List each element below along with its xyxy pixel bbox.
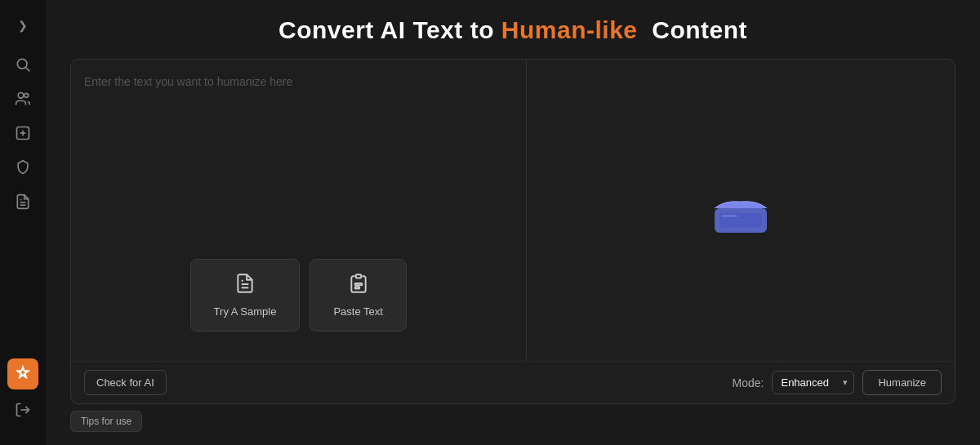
sidebar-item-edit[interactable] [7, 188, 38, 219]
svg-point-3 [24, 93, 29, 97]
shield-icon [15, 159, 31, 180]
sidebar-item-search[interactable] [7, 51, 38, 82]
svg-rect-20 [721, 215, 737, 217]
mode-label: Mode: [733, 376, 764, 389]
users-icon [15, 91, 31, 111]
sidebar-item-active[interactable] [7, 358, 38, 389]
logout-icon [15, 402, 31, 422]
search-icon [15, 56, 31, 77]
sidebar-item-shield[interactable] [7, 154, 38, 185]
editor-container: Try A Sample Paste Text [70, 59, 956, 404]
mode-select[interactable]: Enhanced Standard Advanced [772, 371, 854, 394]
paste-icon [348, 273, 369, 299]
sidebar-item-add[interactable] [7, 119, 38, 150]
sidebar: ❯ [0, 0, 46, 445]
tips-bar: Tips for use [70, 411, 956, 432]
output-illustration [708, 184, 773, 237]
action-buttons: Try A Sample Paste Text [84, 243, 513, 348]
add-icon [15, 125, 31, 145]
text-input[interactable] [84, 73, 513, 226]
title-part1: Convert AI Text to [278, 16, 494, 43]
svg-line-1 [26, 67, 30, 71]
sidebar-item-users[interactable] [7, 85, 38, 116]
tips-button[interactable]: Tips for use [70, 411, 142, 432]
svg-rect-17 [354, 287, 359, 288]
humanize-button[interactable]: Humanize [862, 370, 942, 395]
sample-button-label: Try A Sample [214, 305, 277, 318]
star-plus-icon [15, 364, 31, 385]
output-panel [527, 60, 956, 361]
check-ai-button[interactable]: Check for AI [84, 370, 167, 395]
svg-rect-16 [354, 283, 362, 285]
paste-text-button[interactable]: Paste Text [310, 259, 406, 332]
sample-doc-icon [234, 273, 256, 299]
page-title: Convert AI Text to Human-like Content [70, 16, 956, 44]
paste-button-label: Paste Text [333, 305, 382, 318]
mode-section: Mode: Enhanced Standard Advanced ▾ Human… [733, 370, 942, 395]
svg-rect-15 [355, 274, 361, 278]
bottom-toolbar: Check for AI Mode: Enhanced Standard Adv… [71, 361, 955, 403]
expand-sidebar-button[interactable]: ❯ [7, 10, 38, 41]
title-highlight: Human-like [501, 16, 638, 43]
mode-dropdown-wrapper[interactable]: Enhanced Standard Advanced ▾ [772, 371, 854, 394]
input-panel: Try A Sample Paste Text [71, 60, 527, 361]
expand-icon: ❯ [18, 19, 28, 32]
inbox-tray-icon [708, 184, 773, 237]
main-content: Convert AI Text to Human-like Content [46, 0, 980, 445]
sidebar-item-logout[interactable] [7, 396, 38, 427]
notepad-icon [15, 194, 31, 214]
svg-point-0 [17, 59, 27, 69]
svg-point-2 [18, 92, 24, 98]
try-sample-button[interactable]: Try A Sample [190, 259, 301, 332]
title-part2: Content [652, 16, 747, 43]
